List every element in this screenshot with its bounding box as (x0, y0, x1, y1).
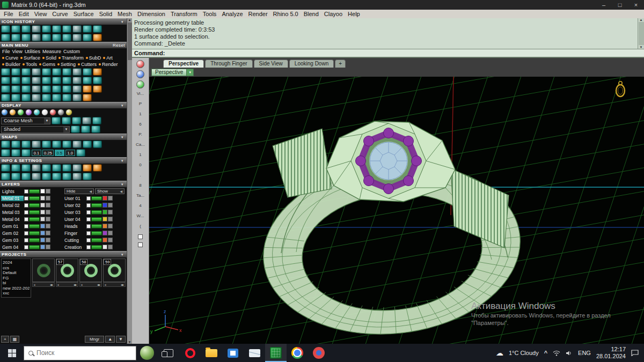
scroll-up-icon[interactable]: ▲ (128, 18, 131, 21)
toolbar-icon[interactable] (1, 173, 10, 180)
toolbar-icon[interactable] (72, 34, 82, 41)
menu-item-mesh[interactable]: Mesh (115, 11, 135, 17)
command-scrollbar[interactable]: ▲ ▼ (638, 18, 644, 49)
panel-item[interactable]: 6 (132, 119, 149, 129)
toolbar-icon[interactable] (21, 77, 31, 84)
layer-lock-chip[interactable] (108, 210, 113, 215)
section-snaps[interactable]: SNAPS ▼ (0, 134, 127, 140)
layers-show-dropdown[interactable]: Show◀ (95, 188, 125, 194)
main-menu-setting[interactable]: Setting (56, 62, 77, 67)
menu-item-render[interactable]: Render (246, 11, 270, 17)
scroll-down-button[interactable]: ▼ (116, 336, 126, 343)
thumbnail-close-button[interactable]: x (81, 283, 83, 286)
thumbnail-image[interactable] (32, 258, 55, 282)
notification-icon[interactable] (631, 350, 639, 356)
panel-icon[interactable] (136, 80, 144, 88)
command-prompt[interactable]: Command: (132, 49, 644, 58)
menu-item-dimension[interactable]: Dimension (135, 11, 168, 17)
opera-button[interactable] (179, 344, 201, 362)
layer-gem-02[interactable]: Gem 02 (1, 231, 63, 236)
matrix-app-button[interactable] (265, 344, 287, 362)
shade-mode-dropdown[interactable]: Shaded ▼ (1, 126, 70, 133)
layer-material-bar[interactable] (91, 203, 102, 208)
toolbar-icon[interactable] (11, 141, 20, 148)
layer-visibility-checkbox[interactable] (24, 224, 28, 228)
toolbar-icon[interactable] (21, 85, 31, 93)
layer-visibility-checkbox[interactable] (24, 210, 28, 215)
panel-item[interactable]: Ca... (132, 139, 149, 150)
viewport-tab-through-finger[interactable]: Through Finger (205, 60, 252, 68)
project-manager-button[interactable]: Mngr (85, 336, 104, 343)
main-menu-builder[interactable]: Builder (1, 62, 21, 67)
network-icon[interactable] (553, 350, 560, 356)
sidebar-scrollbar[interactable]: ▲ ▼ (127, 18, 132, 344)
panel-checkbox[interactable] (138, 234, 143, 239)
toolbar-icon[interactable] (62, 77, 71, 84)
language-indicator[interactable]: ENG (578, 350, 591, 356)
main-menu-surface[interactable]: Surface (19, 55, 41, 61)
layer-material-bar[interactable] (29, 210, 40, 215)
display-mode-icon[interactable] (41, 109, 48, 116)
toolbar-icon[interactable] (83, 25, 92, 33)
layer-visibility-checkbox[interactable] (86, 238, 91, 242)
layer-lock-chip[interactable] (108, 245, 113, 249)
menu-item-rhino-5-0[interactable]: Rhino 5.0 (270, 11, 301, 17)
layer-visibility-checkbox[interactable] (24, 189, 28, 194)
thumbnail-image[interactable]: 58 (79, 258, 102, 282)
scroll-up-icon[interactable]: ▲ (640, 18, 643, 21)
layer-color-chip[interactable] (40, 224, 45, 228)
toolbar-icon[interactable] (72, 94, 82, 101)
toolbar-icon[interactable] (11, 25, 20, 33)
layer-visibility-checkbox[interactable] (86, 196, 91, 201)
viewport-3d[interactable]: z x y Активация Windows Чтобы активирова… (149, 77, 644, 344)
toolbar-icon[interactable] (52, 117, 61, 124)
project-item-2024[interactable]: 2024 (3, 260, 30, 265)
layer-user-04[interactable]: User 04 (63, 217, 126, 222)
main-menu-custom[interactable]: Custom (62, 49, 81, 54)
layer-user-02[interactable]: User 02 (63, 203, 126, 208)
main-menu-file[interactable]: File (1, 49, 11, 54)
toolbar-icon[interactable] (32, 25, 41, 33)
main-menu-utilities[interactable]: Utilities (24, 49, 41, 54)
scroll-up-button[interactable]: ▲ (105, 336, 115, 343)
toolbar-icon[interactable] (21, 25, 31, 33)
panel-item[interactable]: P (132, 99, 149, 109)
collapse-icon[interactable]: ▼ (120, 136, 125, 139)
layer-color-chip[interactable] (103, 231, 107, 235)
layer-visibility-checkbox[interactable] (24, 196, 28, 201)
toolbar-icon[interactable] (52, 25, 61, 33)
toolbar-icon[interactable] (92, 117, 101, 124)
toolbar-icon[interactable] (62, 141, 71, 148)
panel-item[interactable]: . (132, 170, 149, 180)
panel-item[interactable]: 0 (132, 160, 149, 170)
add-project-button[interactable]: + (1, 336, 9, 343)
toolbar-icon[interactable] (32, 141, 41, 148)
layer-metal-02[interactable]: Metal 02 (1, 203, 63, 208)
layer-material-bar[interactable] (29, 224, 40, 228)
tray-expand-icon[interactable]: ^ (544, 350, 547, 356)
toolbar-icon[interactable] (21, 34, 31, 41)
close-button[interactable]: × (628, 0, 644, 10)
layer-visibility-checkbox[interactable] (24, 238, 28, 242)
toolbar-icon[interactable] (83, 85, 92, 93)
toolbar-icon[interactable] (93, 164, 102, 172)
display-mode-icon[interactable] (17, 109, 24, 116)
main-menu-curve[interactable]: Curve (1, 55, 19, 61)
layer-visibility-checkbox[interactable] (86, 217, 91, 221)
collapse-icon[interactable]: ▼ (120, 104, 125, 107)
thumbnail-nav-arrows[interactable]: ◂▸ (97, 283, 100, 286)
toolbar-icon[interactable] (42, 68, 51, 76)
ring-model[interactable] (255, 121, 529, 344)
snap-increment-0-25[interactable]: 0.25 (42, 150, 54, 156)
layer-color-chip[interactable] (103, 245, 107, 249)
minimize-button[interactable]: – (596, 0, 612, 10)
panel-item[interactable]: 8 (132, 180, 149, 190)
toolbar-icon[interactable] (32, 34, 41, 41)
mail-button[interactable] (244, 344, 265, 362)
app-button[interactable] (308, 344, 330, 362)
panel-checkbox[interactable] (138, 242, 143, 247)
layer-gem-04[interactable]: Gem 04 (1, 245, 63, 250)
panel-item[interactable]: 1 (132, 150, 149, 160)
scroll-down-icon[interactable]: ▼ (640, 46, 643, 49)
thumbnail-close-button[interactable]: x (105, 283, 106, 286)
